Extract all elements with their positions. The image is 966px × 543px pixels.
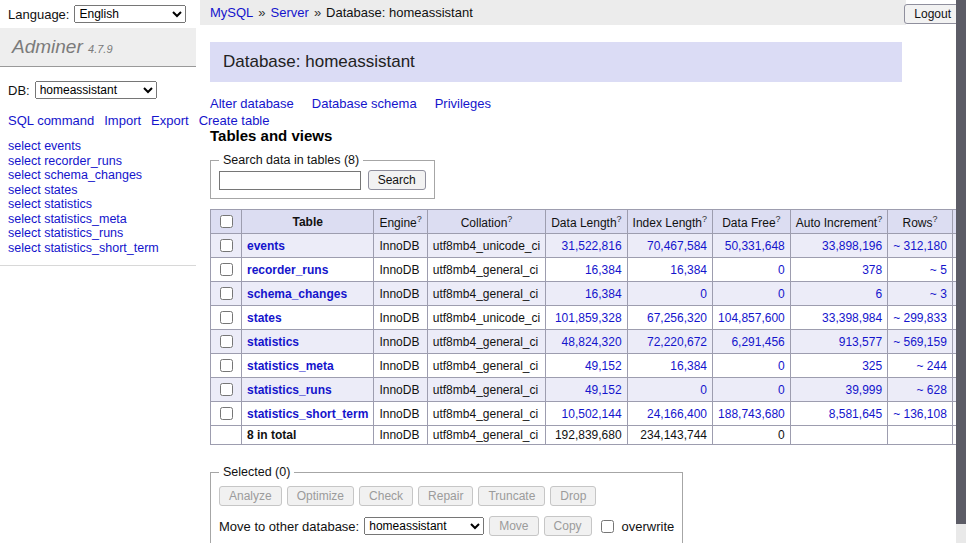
row-checkbox[interactable] bbox=[220, 287, 233, 300]
rows-link[interactable]: ~ 244 bbox=[917, 359, 947, 373]
select-statistics-short-term-link[interactable]: select statistics_short_term bbox=[8, 241, 196, 256]
breadcrumb-item[interactable]: Server bbox=[271, 5, 309, 20]
drop-button[interactable]: Drop bbox=[550, 486, 596, 506]
scrollbar-thumb[interactable] bbox=[956, 0, 966, 524]
breadcrumb-item[interactable]: MySQL bbox=[210, 5, 253, 20]
row-checkbox[interactable] bbox=[220, 263, 233, 276]
data-length-link[interactable]: 101,859,328 bbox=[555, 311, 622, 325]
row-checkbox[interactable] bbox=[220, 359, 233, 372]
rows-link[interactable]: ~ 3 bbox=[930, 287, 947, 301]
index-length-link[interactable]: 72,220,672 bbox=[647, 335, 707, 349]
row-checkbox[interactable] bbox=[220, 335, 233, 348]
table-name-link[interactable]: statistics_runs bbox=[247, 383, 332, 397]
truncate-button[interactable]: Truncate bbox=[478, 486, 545, 506]
data-free-link[interactable]: 0 bbox=[778, 263, 785, 277]
rows-link[interactable]: ~ 569,159 bbox=[893, 335, 947, 349]
select-events-link[interactable]: select events bbox=[8, 139, 196, 154]
move-button[interactable]: Move bbox=[489, 516, 538, 536]
data-length-link[interactable]: 48,824,320 bbox=[562, 335, 622, 349]
table-name-link[interactable]: schema_changes bbox=[247, 287, 347, 301]
auto-increment-cell: 378 bbox=[790, 258, 887, 282]
data-free-link[interactable]: 50,331,648 bbox=[725, 239, 785, 253]
data-free-link[interactable]: 6,291,456 bbox=[731, 335, 784, 349]
rows-link[interactable]: ~ 136,108 bbox=[893, 407, 947, 421]
data-free-link[interactable]: 188,743,680 bbox=[718, 407, 785, 421]
table-name-link[interactable]: states bbox=[247, 311, 282, 325]
check-button[interactable]: Check bbox=[359, 486, 413, 506]
database-schema-link[interactable]: Database schema bbox=[312, 96, 417, 111]
sql-command-link[interactable]: SQL command bbox=[8, 113, 94, 128]
auto-increment-link[interactable]: 8,581,645 bbox=[829, 407, 882, 421]
privileges-link[interactable]: Privileges bbox=[435, 96, 491, 111]
alter-database-link[interactable]: Alter database bbox=[210, 96, 294, 111]
auto-increment-link[interactable]: 33,398,984 bbox=[822, 311, 882, 325]
import-link[interactable]: Import bbox=[104, 113, 141, 128]
select-states-link[interactable]: select states bbox=[8, 183, 196, 198]
optimize-button[interactable]: Optimize bbox=[287, 486, 354, 506]
column-help-icon[interactable]: ? bbox=[933, 214, 938, 224]
data-free-link[interactable]: 104,857,600 bbox=[718, 311, 785, 325]
select-all-checkbox[interactable] bbox=[220, 215, 233, 228]
search-input[interactable] bbox=[219, 171, 361, 190]
copy-button[interactable]: Copy bbox=[544, 516, 592, 536]
data-free-link[interactable]: 0 bbox=[778, 287, 785, 301]
select-statistics-meta-link[interactable]: select statistics_meta bbox=[8, 212, 196, 227]
data-length-link[interactable]: 16,384 bbox=[585, 263, 622, 277]
column-help-icon[interactable]: ? bbox=[417, 214, 422, 224]
index-length-link[interactable]: 70,467,584 bbox=[647, 239, 707, 253]
data-free-link[interactable]: 0 bbox=[778, 359, 785, 373]
column-help-icon[interactable]: ? bbox=[776, 214, 781, 224]
row-checkbox[interactable] bbox=[220, 407, 233, 420]
column-help-icon[interactable]: ? bbox=[702, 214, 707, 224]
select-recorder-runs-link[interactable]: select recorder_runs bbox=[8, 154, 196, 169]
auto-increment-link[interactable]: 325 bbox=[862, 359, 882, 373]
auto-increment-link[interactable]: 39,999 bbox=[845, 383, 882, 397]
index-length-link[interactable]: 24,166,400 bbox=[647, 407, 707, 421]
data-free-link[interactable]: 0 bbox=[778, 383, 785, 397]
rows-link[interactable]: ~ 628 bbox=[917, 383, 947, 397]
analyze-button[interactable]: Analyze bbox=[219, 486, 282, 506]
index-length-link[interactable]: 0 bbox=[700, 383, 707, 397]
data-length-link[interactable]: 31,522,816 bbox=[562, 239, 622, 253]
collation-cell: utf8mb4_general_ci bbox=[427, 330, 545, 354]
export-link[interactable]: Export bbox=[151, 113, 189, 128]
db-select[interactable]: homeassistant bbox=[35, 81, 157, 99]
data-length-link[interactable]: 10,502,144 bbox=[562, 407, 622, 421]
rows-link[interactable]: ~ 299,833 bbox=[893, 311, 947, 325]
table-name-link[interactable]: statistics_short_term bbox=[247, 407, 368, 421]
auto-increment-link[interactable]: 6 bbox=[875, 287, 882, 301]
rows-link[interactable]: ~ 5 bbox=[930, 263, 947, 277]
logout-button[interactable]: Logout bbox=[904, 4, 961, 24]
column-help-icon[interactable]: ? bbox=[617, 214, 622, 224]
move-db-select[interactable]: homeassistant bbox=[364, 517, 484, 535]
auto-increment-link[interactable]: 378 bbox=[862, 263, 882, 277]
index-length-link[interactable]: 16,384 bbox=[670, 359, 707, 373]
select-statistics-runs-link[interactable]: select statistics_runs bbox=[8, 226, 196, 241]
auto-increment-link[interactable]: 913,577 bbox=[839, 335, 882, 349]
column-help-icon[interactable]: ? bbox=[507, 214, 512, 224]
auto-increment-link[interactable]: 33,898,196 bbox=[822, 239, 882, 253]
data-length-link[interactable]: 16,384 bbox=[585, 287, 622, 301]
table-name-link[interactable]: statistics_meta bbox=[247, 359, 334, 373]
selected-fieldset: Selected (0) AnalyzeOptimizeCheckRepairT… bbox=[210, 465, 683, 543]
index-length-link[interactable]: 0 bbox=[700, 287, 707, 301]
data-length-link[interactable]: 49,152 bbox=[585, 383, 622, 397]
scrollbar[interactable] bbox=[956, 0, 966, 543]
rows-link[interactable]: ~ 312,180 bbox=[893, 239, 947, 253]
select-statistics-link[interactable]: select statistics bbox=[8, 197, 196, 212]
index-length-link[interactable]: 16,384 bbox=[670, 263, 707, 277]
table-name-link[interactable]: statistics bbox=[247, 335, 299, 349]
index-length-link[interactable]: 67,256,320 bbox=[647, 311, 707, 325]
row-checkbox[interactable] bbox=[220, 239, 233, 252]
column-help-icon[interactable]: ? bbox=[877, 214, 882, 224]
table-name-link[interactable]: recorder_runs bbox=[247, 263, 328, 277]
row-checkbox[interactable] bbox=[220, 383, 233, 396]
table-name-link[interactable]: events bbox=[247, 239, 285, 253]
language-select[interactable]: English bbox=[74, 5, 186, 23]
repair-button[interactable]: Repair bbox=[418, 486, 473, 506]
data-length-link[interactable]: 49,152 bbox=[585, 359, 622, 373]
row-checkbox[interactable] bbox=[220, 311, 233, 324]
search-button[interactable]: Search bbox=[368, 170, 426, 190]
select-schema-changes-link[interactable]: select schema_changes bbox=[8, 168, 196, 183]
overwrite-checkbox[interactable] bbox=[601, 520, 614, 533]
